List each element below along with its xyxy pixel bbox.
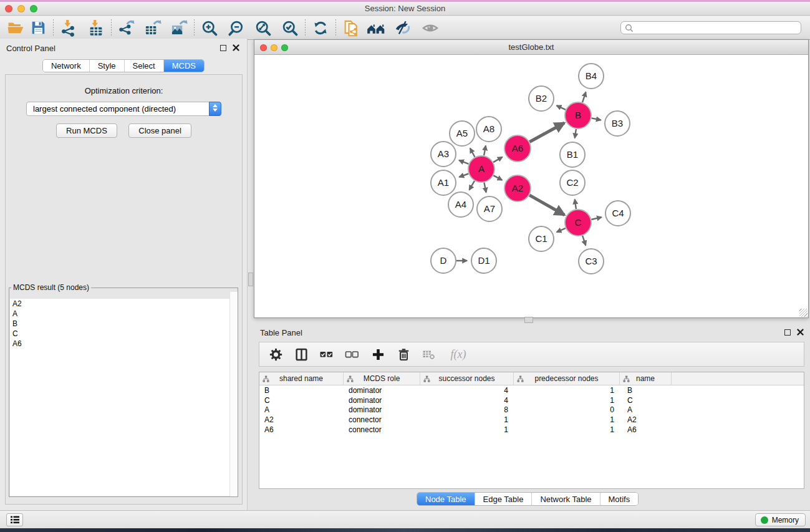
graph-edge-A-A2[interactable] (493, 175, 502, 180)
network-window-titlebar[interactable]: testGlobe.txt (254, 40, 808, 55)
apply-layout-button[interactable] (367, 19, 385, 37)
column-header-name[interactable]: name (620, 372, 672, 385)
search-input[interactable] (620, 21, 801, 34)
zoom-in-button[interactable] (200, 19, 219, 37)
deselect-all-button[interactable] (344, 346, 360, 362)
export-network-button[interactable] (117, 19, 136, 37)
table-row[interactable]: Bdominator41B (259, 385, 804, 395)
minimize-network-window-button[interactable] (271, 44, 277, 51)
graph-edge-C-C2[interactable] (575, 200, 576, 210)
result-scrollbar[interactable] (229, 292, 238, 496)
graph-edge-A-A7[interactable] (484, 183, 486, 193)
column-header-predecessor-nodes[interactable]: predecessor nodes (514, 372, 620, 385)
float-panel-icon[interactable] (220, 45, 226, 51)
delete-table-button[interactable] (421, 346, 437, 362)
tab-network[interactable]: Network (43, 60, 89, 72)
close-window-button[interactable] (5, 5, 12, 12)
splitter-grip-left[interactable] (248, 273, 253, 286)
graph-node-D[interactable]: D (431, 248, 456, 273)
result-item[interactable]: A6 (10, 339, 237, 349)
graph-edge-A2-C[interactable] (529, 195, 564, 215)
memory-button[interactable]: Memory (755, 513, 806, 526)
graph-node-A1[interactable]: A1 (431, 170, 456, 195)
graph-node-A[interactable]: A (468, 156, 494, 182)
export-table-button[interactable] (143, 19, 162, 37)
graph-node-B[interactable]: B (565, 102, 591, 128)
graph-node-C1[interactable]: C1 (529, 226, 554, 251)
result-item[interactable]: C (10, 329, 237, 339)
open-file-button[interactable] (6, 19, 25, 37)
graph-node-B2[interactable]: B2 (529, 86, 554, 111)
vizmapper-button[interactable] (393, 19, 412, 37)
zoom-window-button[interactable] (30, 5, 37, 12)
close-table-panel-icon[interactable] (797, 329, 804, 336)
add-column-button[interactable] (370, 346, 386, 362)
function-builder-button[interactable]: f(x) (446, 346, 470, 362)
zoom-selected-button[interactable] (281, 19, 299, 37)
column-header-successor-nodes[interactable]: successor nodes (420, 372, 514, 385)
graph-node-A6[interactable]: A6 (504, 135, 531, 162)
tab-network-table[interactable]: Network Table (531, 493, 599, 505)
table-row[interactable]: Adominator80A (259, 405, 804, 415)
graph-edge-C-C1[interactable] (557, 228, 566, 232)
graph-edge-A-A3[interactable] (459, 160, 468, 164)
graph-edge-A-A5[interactable] (470, 148, 475, 157)
column-header-mcds-role[interactable]: MCDS role (344, 372, 420, 385)
result-item[interactable]: A (10, 309, 237, 319)
hide-panels-button[interactable] (421, 19, 440, 37)
tab-edge-table[interactable]: Edge Table (475, 493, 532, 505)
import-table-button[interactable] (87, 19, 105, 37)
graph-node-C[interactable]: C (565, 210, 591, 236)
tab-node-table[interactable]: Node Table (417, 493, 475, 505)
network-graph[interactable]: B4B2BB3A8A5A6A3B1AA1C2A2A4A7C4CC1C3DD1 (254, 56, 808, 317)
graph-node-B1[interactable]: B1 (560, 142, 585, 167)
run-mcds-button[interactable]: Run MCDS (56, 123, 117, 138)
graph-node-D1[interactable]: D1 (471, 248, 496, 273)
task-history-button[interactable] (6, 513, 23, 526)
save-session-button[interactable] (29, 19, 47, 37)
splitter-grip-bottom[interactable] (524, 317, 533, 323)
tab-style[interactable]: Style (89, 60, 124, 72)
table-row[interactable]: Cdominator41C (259, 395, 804, 405)
export-image-button[interactable] (170, 19, 188, 37)
close-panel-button[interactable]: Close panel (128, 123, 191, 138)
graph-node-C3[interactable]: C3 (579, 249, 604, 274)
zoom-network-window-button[interactable] (281, 44, 288, 51)
graph-edge-A-A6[interactable] (493, 157, 503, 162)
table-row[interactable]: A2connector11A2 (259, 415, 804, 425)
delete-column-button[interactable] (395, 346, 412, 362)
minimize-window-button[interactable] (17, 5, 25, 12)
graph-edge-A-A1[interactable] (459, 174, 468, 177)
graph-node-B4[interactable]: B4 (579, 64, 604, 89)
network-canvas[interactable]: B4B2BB3A8A5A6A3B1AA1C2A2A4A7C4CC1C3DD1 (254, 56, 808, 317)
graph-node-A8[interactable]: A8 (476, 117, 501, 142)
table-settings-button[interactable] (268, 346, 284, 362)
graph-node-C2[interactable]: C2 (560, 170, 585, 195)
result-item[interactable]: A2 (10, 299, 237, 309)
select-all-button[interactable] (319, 346, 335, 362)
result-item[interactable]: B (10, 319, 237, 329)
float-table-panel-icon[interactable] (784, 329, 791, 336)
graph-edge-B-B2[interactable] (557, 105, 566, 110)
graph-node-A5[interactable]: A5 (450, 121, 475, 146)
tab-motifs[interactable]: Motifs (600, 493, 639, 505)
graph-node-A3[interactable]: A3 (431, 142, 456, 167)
column-visibility-button[interactable] (293, 346, 309, 362)
graph-edge-B-B1[interactable] (575, 129, 576, 138)
window-resize-grip[interactable] (799, 309, 808, 317)
graph-node-B3[interactable]: B3 (605, 111, 630, 136)
column-header-shared-name[interactable]: shared name (259, 372, 344, 385)
close-network-window-button[interactable] (260, 44, 267, 51)
duplicate-network-button[interactable] (342, 19, 360, 37)
graph-edge-B-B3[interactable] (592, 118, 601, 120)
zoom-fit-button[interactable] (254, 19, 272, 37)
graph-node-A4[interactable]: A4 (448, 192, 473, 217)
criterion-dropdown[interactable]: largest connected component (directed) (26, 102, 221, 116)
zoom-out-button[interactable] (227, 19, 246, 37)
import-network-button[interactable] (59, 19, 78, 37)
tab-mcds[interactable]: MCDS (163, 60, 204, 72)
graph-edge-A-A4[interactable] (470, 181, 475, 190)
close-panel-icon[interactable] (233, 44, 239, 51)
graph-node-A7[interactable]: A7 (477, 196, 502, 221)
graph-edge-C-C3[interactable] (582, 236, 586, 246)
